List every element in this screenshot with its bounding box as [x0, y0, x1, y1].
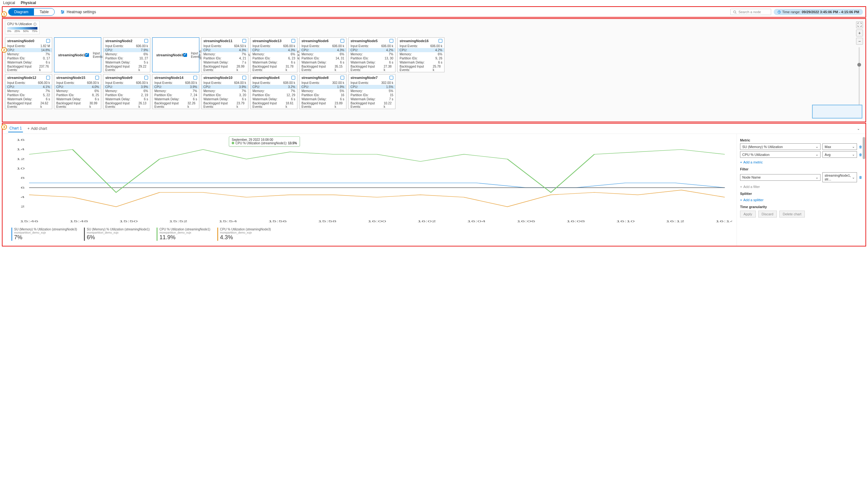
cpu-legend: CPU % Utilization i 0%25%50%75%	[5, 21, 39, 34]
add-splitter[interactable]: +Add a splitter	[740, 197, 862, 203]
node-checkbox[interactable]	[341, 39, 344, 43]
zoom-in-icon[interactable]: +	[856, 30, 863, 36]
node-checkbox[interactable]	[85, 53, 89, 57]
svg-text:16:00: 16:00	[368, 220, 386, 223]
node-card[interactable]: streamingNode13 Input Events:606.00 k CP…	[250, 37, 297, 72]
svg-line-7	[735, 12, 736, 13]
node-checkbox[interactable]	[193, 76, 197, 80]
diagram-button[interactable]: Diagram	[8, 8, 34, 16]
svg-text:10: 10	[16, 167, 25, 170]
metric-1-select[interactable]: SU (Memory) % Utilization⌄	[740, 143, 820, 150]
chart-tooltip: September, 29 2022 16:08:00 CPU % Utiliz…	[229, 137, 300, 146]
node-checkbox[interactable]	[144, 39, 148, 43]
tab-logical[interactable]: Logical	[3, 1, 15, 5]
node-card[interactable]: streamingNode5 Input Events:606.00 k CPU…	[348, 37, 396, 72]
svg-text:2: 2	[21, 205, 25, 208]
callout-3: 3	[1, 124, 7, 130]
svg-text:15:54: 15:54	[219, 220, 237, 223]
delete-metric-2[interactable]: 🗑	[859, 153, 862, 156]
svg-text:16:08: 16:08	[567, 220, 585, 223]
svg-text:16:10: 16:10	[616, 220, 635, 223]
svg-text:15:46: 15:46	[20, 220, 38, 223]
node-checkbox[interactable]	[144, 76, 148, 80]
svg-text:16:14: 16:14	[716, 220, 732, 223]
minimap[interactable]	[812, 105, 862, 118]
node-checkbox[interactable]	[242, 39, 246, 43]
node-checkbox[interactable]	[242, 76, 246, 80]
svg-text:15:48: 15:48	[69, 220, 88, 223]
node-card[interactable]: streamingNode6 Input Events:606.00 k CPU…	[299, 37, 346, 72]
node-checkbox[interactable]	[439, 39, 442, 43]
add-metric[interactable]: +Add a metric	[740, 159, 862, 165]
delete-metric-1[interactable]: 🗑	[859, 145, 862, 149]
search-icon	[733, 10, 736, 14]
chevron-down-icon: ⌄	[815, 145, 818, 149]
svg-text:6: 6	[21, 186, 25, 189]
time-range[interactable]: Time range: 09/29/2022 3:45:06 PM - 4:15…	[774, 9, 863, 15]
node-card[interactable]: streamingNode3 Input Events:604.00 k CPU…	[152, 37, 199, 72]
agg-2-select[interactable]: Avg⌄	[822, 151, 857, 158]
node-card[interactable]: streamingNode10 Input Events:604.00 k CP…	[201, 74, 248, 109]
svg-text:14: 14	[16, 148, 25, 151]
legend-item[interactable]: SU (Memory) % Utilization (streamingNode…	[11, 228, 77, 241]
node-checkbox[interactable]	[95, 76, 99, 80]
svg-point-6	[733, 11, 736, 13]
scrollbar[interactable]	[862, 136, 866, 244]
node-checkbox[interactable]	[341, 76, 344, 80]
node-card[interactable]: streamingNode4 Input Events:608.00 k CPU…	[250, 74, 297, 109]
node-checkbox[interactable]	[46, 76, 50, 80]
legend-item[interactable]: CPU % Utilization (streamingNode1)morepa…	[156, 228, 210, 241]
toolbar: 1 Diagram Table Heatmap settings Search …	[2, 6, 866, 18]
chart-tab-1[interactable]: Chart 1	[8, 125, 23, 132]
chart-pane: 3 Chart 1 +Add chart ⌄ September, 29 202…	[2, 123, 866, 247]
node-card[interactable]: streamingNode7 Input Events:302.00 k CPU…	[348, 74, 396, 109]
node-card[interactable]: streamingNode9 Input Events:606.00 k CPU…	[103, 74, 150, 109]
node-checkbox[interactable]	[183, 53, 187, 57]
diagram-pane: 2 CPU % Utilization i 0%25%50%75% ⛶ + − …	[2, 18, 866, 122]
add-chart[interactable]: +Add chart	[27, 126, 47, 131]
node-checkbox[interactable]	[291, 39, 295, 43]
delete-chart-button[interactable]: Delete chart	[779, 211, 805, 218]
node-checkbox[interactable]	[389, 76, 393, 80]
sliders-icon	[60, 10, 65, 14]
zoom-out-icon[interactable]: −	[856, 38, 863, 45]
agg-1-select[interactable]: Max⌄	[822, 143, 857, 150]
node-checkbox[interactable]	[389, 39, 393, 43]
heatmap-settings[interactable]: Heatmap settings	[60, 10, 96, 14]
node-card[interactable]: streamingNode14 Input Events:608.00 k CP…	[152, 74, 199, 109]
legend-item[interactable]: CPU % Utilization (streamingNode3)morepa…	[217, 228, 271, 241]
node-checkbox[interactable]	[46, 39, 50, 43]
svg-text:15:50: 15:50	[119, 220, 138, 223]
clock-icon	[778, 10, 781, 14]
svg-text:12: 12	[16, 157, 25, 160]
node-checkbox[interactable]	[291, 76, 295, 80]
apply-button[interactable]: Apply	[740, 211, 756, 218]
fit-icon[interactable]: ⛶	[856, 21, 863, 28]
node-card[interactable]: streamingNode16 Input Events:606.00 k CP…	[397, 37, 444, 72]
metric-2-select[interactable]: CPU % Utilization⌄	[740, 151, 820, 158]
node-card[interactable]: streamingNode2 Input Events:606.00 k CPU…	[103, 37, 150, 72]
tab-physical[interactable]: Physical	[21, 1, 36, 5]
node-card[interactable]: streamingNode8 Input Events:302.00 k CPU…	[299, 74, 346, 109]
table-button[interactable]: Table	[34, 8, 54, 16]
legend-item[interactable]: SU (Memory) % Utilization (streamingNode…	[84, 228, 150, 241]
node-card[interactable]: streamingNode12 Input Events:606.00 k CP…	[5, 74, 52, 109]
line-chart[interactable]: 24681012141615:4615:4815:5015:5215:5415:…	[7, 137, 732, 225]
info-icon[interactable]: i	[33, 23, 36, 26]
zoom-slider[interactable]	[859, 47, 860, 110]
svg-text:15:56: 15:56	[268, 220, 287, 223]
node-card[interactable]: streamingNode0 Input Events:1.82 M CPU:1…	[5, 37, 52, 72]
node-card[interactable]: streamingNode1 Input Events:1.82 M CPU:1…	[54, 37, 101, 72]
collapse-icon[interactable]: ⌄	[857, 127, 860, 131]
add-filter[interactable]: +Add a filter	[740, 183, 862, 190]
view-toggle[interactable]: Diagram Table	[8, 8, 55, 16]
svg-text:8: 8	[21, 176, 25, 179]
filter-val-select[interactable]: streamingNode1, str...⌄	[822, 172, 857, 182]
filter-key-select[interactable]: Node Name⌄	[740, 174, 820, 181]
discard-button[interactable]: Discard	[758, 211, 777, 218]
node-card[interactable]: streamingNode15 Input Events:608.00 k CP…	[54, 74, 101, 109]
callout-1: 1	[1, 11, 7, 17]
node-card[interactable]: streamingNode11 Input Events:604.50 k CP…	[201, 37, 248, 72]
search-input[interactable]: Search a node	[730, 9, 771, 15]
delete-filter[interactable]: 🗑	[859, 175, 862, 179]
